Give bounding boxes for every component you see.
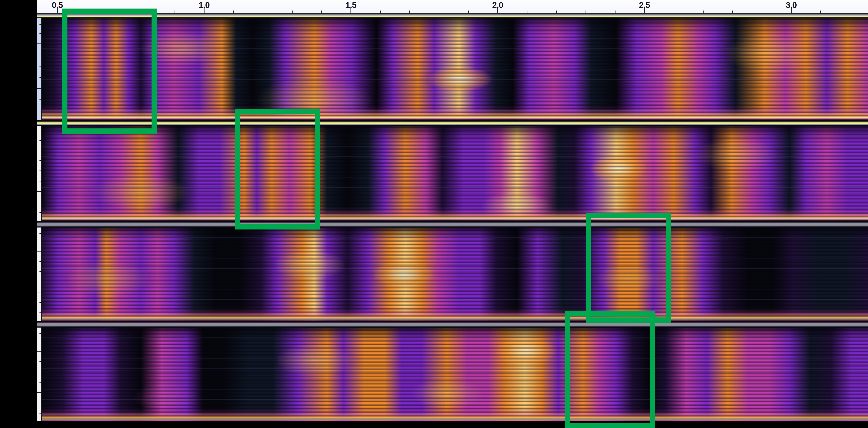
left-gutter: [0, 0, 37, 428]
ruler-tick-minor: [615, 10, 616, 13]
frequency-tick: [37, 150, 41, 150]
frequency-tick: [39, 361, 41, 362]
spectrogram-track-4[interactable]: [42, 327, 868, 421]
time-ruler-label: 0.5: [52, 0, 63, 10]
frequency-tick: [39, 132, 41, 132]
ruler-tick-minor: [732, 10, 733, 13]
ruler-tick-minor: [409, 10, 410, 13]
time-ruler-label: 1.0: [198, 0, 210, 10]
frequency-tick: [39, 140, 41, 141]
time-ruler-label: 1.5: [345, 0, 356, 10]
frequency-tick: [39, 333, 41, 334]
track-3[interactable]: [37, 228, 868, 321]
frequency-ruler-track-4[interactable]: [37, 327, 42, 421]
ruler-tick-minor: [527, 10, 527, 13]
frequency-tick: [39, 171, 41, 171]
frequency-tick: [39, 261, 41, 262]
time-ruler-label: 3.0: [786, 0, 797, 10]
spectrogram-track-3[interactable]: [42, 228, 868, 321]
track-separator: [37, 221, 868, 228]
frequency-ruler-track-2[interactable]: [37, 126, 42, 221]
time-ruler-label: 2.0: [492, 0, 503, 10]
ruler-tick-minor: [262, 10, 263, 13]
frequency-tick: [37, 251, 41, 252]
frequency-tick: [37, 88, 41, 89]
frequency-tick: [37, 292, 41, 292]
track-separator: [37, 321, 868, 327]
frequency-tick: [39, 202, 41, 202]
frequency-tick: [39, 382, 41, 382]
spectrogram-multitrack-view: 0.51.01.52.02.53.0: [0, 0, 868, 428]
ruler-tick-minor: [292, 10, 292, 13]
frequency-tick: [39, 312, 41, 313]
frequency-tick: [39, 66, 41, 66]
annotation-box-3: [586, 213, 671, 322]
ruler-tick-minor: [850, 10, 850, 13]
ruler-tick-minor: [233, 10, 234, 13]
ruler-tick-minor: [762, 10, 762, 13]
frequency-tick: [37, 191, 41, 192]
ruler-tick-minor: [556, 10, 557, 13]
ruler-tick-minor: [468, 10, 469, 13]
frequency-tick: [39, 233, 41, 234]
frequency-tick: [39, 282, 41, 282]
track-separator: [37, 120, 868, 126]
frequency-tick: [37, 351, 41, 351]
frequency-tick: [39, 241, 41, 242]
ruler-tick-minor: [175, 10, 175, 13]
frequency-tick: [39, 302, 41, 303]
ruler-tick-minor: [703, 10, 704, 13]
frequency-tick: [39, 342, 41, 342]
frequency-tick: [39, 99, 41, 100]
track-separator: [37, 13, 868, 18]
ruler-tick-minor: [380, 10, 381, 13]
frequency-tick: [37, 44, 41, 44]
time-ruler-label: 2.5: [639, 0, 650, 10]
annotation-box-2: [235, 109, 320, 229]
frequency-tick: [39, 413, 41, 413]
bottom-filler: [37, 421, 868, 428]
frequency-tick: [39, 160, 41, 161]
ruler-tick-minor: [439, 10, 439, 13]
annotation-box-4: [565, 311, 655, 428]
frequency-tick: [39, 181, 41, 181]
frequency-tick: [39, 24, 41, 25]
frequency-tick: [39, 403, 41, 403]
frequency-ruler-track-3[interactable]: [37, 228, 42, 321]
track-2[interactable]: [37, 126, 868, 221]
frequency-tick: [39, 272, 41, 272]
spectrogram-track-2[interactable]: [42, 126, 868, 221]
frequency-tick: [39, 33, 41, 34]
ruler-tick-minor: [586, 10, 586, 13]
ruler-tick-minor: [820, 10, 821, 13]
frequency-tick: [39, 55, 41, 55]
track-4[interactable]: [37, 327, 868, 421]
time-ruler[interactable]: 0.51.01.52.02.53.0: [37, 0, 868, 13]
frequency-tick: [39, 212, 41, 213]
frequency-tick: [39, 77, 41, 78]
frequency-tick: [39, 372, 41, 372]
annotation-box-1: [62, 8, 157, 134]
frequency-tick: [39, 111, 41, 111]
track-1[interactable]: [37, 18, 868, 120]
spectrogram-track-1[interactable]: [42, 18, 868, 120]
ruler-tick-minor: [674, 10, 674, 13]
frequency-tick: [37, 392, 41, 393]
ruler-tick-minor: [321, 10, 322, 13]
frequency-ruler-track-1[interactable]: [37, 18, 42, 120]
